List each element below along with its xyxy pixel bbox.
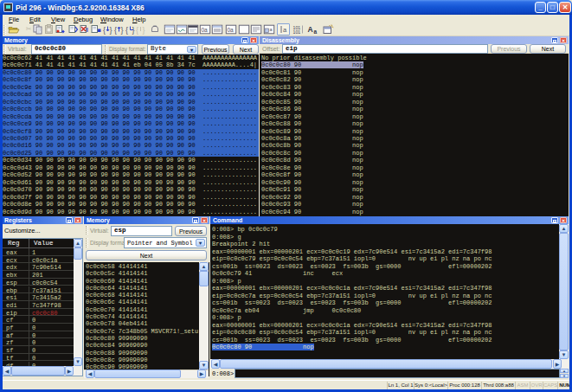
- svg-text:a: a: [314, 29, 318, 35]
- svg-text:{: {: [103, 26, 106, 35]
- svg-text:}: }: [110, 26, 112, 35]
- svg-text:}: }: [121, 26, 124, 35]
- svg-text:a: a: [283, 26, 287, 34]
- svg-text:101: 101: [293, 29, 301, 35]
- svg-text:{: {: [136, 26, 138, 35]
- svg-text:}: }: [143, 26, 145, 35]
- svg-text:0a: 0a: [202, 27, 209, 33]
- svg-text:A: A: [308, 25, 313, 34]
- svg-text:{: {: [125, 26, 128, 35]
- svg-text:0a: 0a: [228, 27, 235, 33]
- svg-text:{: {: [114, 26, 117, 35]
